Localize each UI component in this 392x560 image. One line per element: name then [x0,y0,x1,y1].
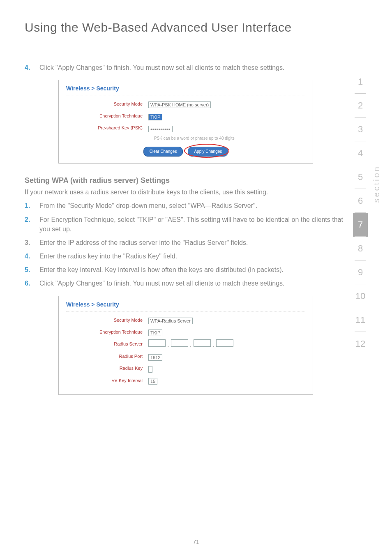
top-step: 4. Click "Apply Changes" to finish. You … [25,63,347,72]
panel1-title: Wireless > Security [66,84,305,95]
panel2-enc-ctrl: TKIP [148,327,305,337]
radius-ip-4[interactable] [216,339,233,347]
section-nav-6[interactable]: 6 [353,189,368,213]
panel2-key-row: Radius Key [66,364,305,373]
main-content: 4. Click "Apply Changes" to finish. You … [0,46,392,419]
security-mode-select[interactable]: WPA-PSK HOME (no server) [148,101,211,108]
page-header: Using the Web-Based Advanced User Interf… [0,0,392,46]
panel2-mode-row: Security Mode WPA-Radius Server [66,316,305,325]
psk-hint: PSK can be a word or phrase up to 40 dig… [154,136,305,142]
wpa-intro: If your network uses a radius server to … [25,187,347,197]
panel2-port-label: Radius Port [66,353,148,360]
step-text: Enter the IP address of the radius serve… [39,238,347,247]
step-number: 6. [25,279,39,288]
panel1-psk-label: Pre-shared Key (PSK) [66,125,148,131]
panel2-mode-ctrl: WPA-Radius Server [148,316,305,325]
step-2: 2. For Encryption Technique, select "TKI… [25,215,347,234]
step-number: 5. [25,265,39,274]
radius-ip-3[interactable] [194,339,211,347]
apply-changes-button[interactable]: Apply Changes [188,147,228,157]
panel2-mode-label: Security Mode [66,317,148,324]
step-1: 1. From the "Security Mode" drop-down me… [25,201,347,210]
step-6: 6. Click "Apply Changes" to finish. You … [25,279,347,288]
radius-ip-1[interactable] [148,339,166,347]
step-number: 4. [25,63,39,72]
panel1-mode-label: Security Mode [66,101,148,108]
apply-changes-label: Apply Changes [194,149,222,154]
screenshot-panel-2: Wireless > Security Security Mode WPA-Ra… [58,296,313,395]
step-text: Enter the key interval. Key interval is … [39,265,347,274]
panel2-rekey-label: Re-Key Interval [66,378,148,384]
wpa-heading: Setting WPA (with radius server) Setting… [25,175,347,186]
panel1-psk-ctrl: •••••••••• [148,124,305,133]
panel1-enc-label: Encryption Technique [66,113,148,120]
rekey-interval-input[interactable]: 15 [148,378,157,385]
step-5: 5. Enter the key interval. Key interval … [25,265,347,274]
step-text: Click "Apply Changes" to finish. You mus… [39,279,347,288]
step-number: 1. [25,201,39,210]
step-number: 2. [25,215,39,234]
panel2-key-ctrl [148,364,305,373]
section-nav-4[interactable]: 4 [353,141,368,165]
screenshot-panel-2-wrap: Wireless > Security Security Mode WPA-Ra… [25,296,347,395]
step-text: From the "Security Mode" drop-down menu,… [39,201,347,210]
panel2-enc-label: Encryption Technique [66,329,148,336]
panel1-enc-ctrl: TKIP [148,112,305,121]
panel2-key-label: Radius Key [66,365,148,372]
psk-input[interactable]: •••••••••• [148,126,173,132]
step-3: 3. Enter the IP address of the radius se… [25,238,347,247]
panel1-enc-row: Encryption Technique TKIP [66,112,305,121]
section-nav-12[interactable]: 12 [353,332,368,356]
panel2-port-row: Radius Port 1812 [66,352,305,362]
page-title: Using the Web-Based Advanced User Interf… [25,21,367,38]
encryption-select-2[interactable]: TKIP [148,330,162,336]
radius-ip-2[interactable] [171,339,188,347]
section-nav-9[interactable]: 9 [353,260,368,284]
radius-key-input[interactable] [148,366,152,373]
panel2-rekey-ctrl: 15 [148,376,305,385]
panel1-psk-row: Pre-shared Key (PSK) •••••••••• [66,124,305,133]
screenshot-panel-1-wrap: Wireless > Security Security Mode WPA-PS… [25,80,347,164]
section-nav-8[interactable]: 8 [353,237,368,260]
panel2-server-label: Radius Server [66,341,148,348]
panel2-server-row: Radius Server . . . [66,339,305,349]
page-number: 71 [0,539,392,545]
section-label: section [372,165,381,203]
section-nav-3[interactable]: 3 [353,118,368,141]
panel2-port-ctrl: 1812 [148,352,305,362]
section-nav-10[interactable]: 10 [353,284,368,308]
screenshot-panel-1: Wireless > Security Security Mode WPA-PS… [58,80,313,164]
step-number: 4. [25,251,39,261]
step-text: For Encryption Technique, select "TKIP" … [39,215,347,234]
panel1-mode-row: Security Mode WPA-PSK HOME (no server) [66,99,305,109]
step-4: 4. Enter the radius key into the "Radius… [25,251,347,261]
radius-port-input[interactable]: 1812 [148,354,162,361]
panel1-mode-ctrl: WPA-PSK HOME (no server) [148,99,305,109]
section-sidebar: 1 2 3 4 5 6 7 8 9 10 11 12 section [353,70,381,356]
clear-changes-button[interactable]: Clear Changes [143,147,183,157]
section-nav-1[interactable]: 1 [353,70,368,94]
section-nav-5[interactable]: 5 [353,165,368,189]
panel1-buttons: Clear Changes Apply Changes [66,147,305,157]
section-nav-11[interactable]: 11 [353,308,368,332]
panel2-rekey-row: Re-Key Interval 15 [66,376,305,385]
panel2-enc-row: Encryption Technique TKIP [66,327,305,337]
section-nav-2[interactable]: 2 [353,94,368,118]
step-number: 3. [25,238,39,247]
security-mode-select-2[interactable]: WPA-Radius Server [148,318,193,324]
section-nav-7[interactable]: 7 [353,213,368,237]
step-text: Enter the radius key into the "Radius Ke… [39,251,347,261]
encryption-select[interactable]: TKIP [148,114,162,120]
panel2-title: Wireless > Security [66,300,305,311]
section-nav: 1 2 3 4 5 6 7 8 9 10 11 12 [353,70,368,356]
panel2-server-ctrl: . . . [148,339,305,349]
step-text: Click "Apply Changes" to finish. You mus… [39,63,347,72]
